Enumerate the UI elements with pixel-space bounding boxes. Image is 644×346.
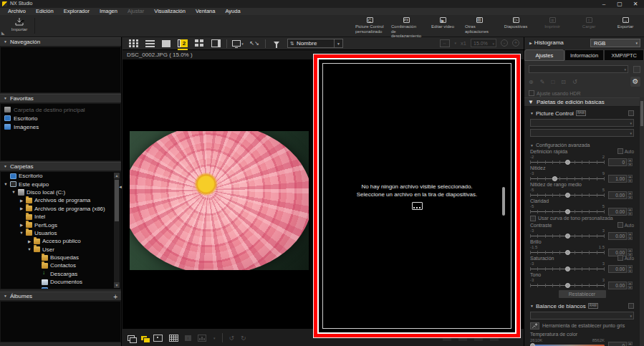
version-dropdown[interactable] <box>529 65 628 73</box>
import-button[interactable]: Importar <box>7 17 32 32</box>
slider-value-input[interactable]: 0.00 <box>608 208 627 216</box>
favorite-item[interactable]: Carpeta de destino principal <box>1 105 120 114</box>
grid-overlay-icon[interactable] <box>169 335 178 342</box>
eyedropper-icon[interactable] <box>530 322 539 330</box>
scrollbar-thumb[interactable] <box>640 101 643 126</box>
auto-checkbox[interactable]: Auto <box>617 222 634 228</box>
slider-track[interactable] <box>530 159 605 165</box>
folder-tree-item[interactable]: ▶ Acceso público <box>1 237 120 245</box>
slider-thumb[interactable] <box>552 176 557 181</box>
expand-arrow-icon[interactable]: ▼ <box>27 247 32 251</box>
zoom-1to1-button[interactable]: x1 <box>461 40 466 47</box>
slider-thumb[interactable] <box>565 266 570 271</box>
chevron-down-icon[interactable]: ▼ <box>334 39 342 47</box>
custom-tone-curve-checkbox[interactable]: Usar curva de tono personalizada <box>530 215 634 221</box>
auto-checkbox[interactable]: Auto <box>617 148 634 154</box>
expand-arrow-icon[interactable]: ▼ <box>19 231 24 235</box>
close-button[interactable]: ✕ <box>630 0 641 8</box>
expand-arrow-icon[interactable]: ▶ <box>35 288 39 289</box>
slider-value-input[interactable]: 0.00 <box>608 191 627 199</box>
slider-thumb[interactable] <box>565 209 570 214</box>
folder-tree-item[interactable]: ▶ Archivos de programa <box>1 196 120 204</box>
slider-value-input[interactable]: 0.00 <box>608 232 627 240</box>
picture-control-checkbox[interactable] <box>628 110 634 116</box>
minimize-button[interactable]: – <box>598 0 610 8</box>
folder-tree-item[interactable]: ▼ Usuarios <box>1 229 120 237</box>
slider-spinner[interactable]: ▲▼ <box>628 191 633 199</box>
thumbnail-grid-view-button[interactable] <box>128 39 139 49</box>
menu-item[interactable]: Archivo <box>3 8 31 15</box>
slider-thumb[interactable] <box>565 193 570 198</box>
white-balance-dropdown[interactable] <box>530 312 634 319</box>
compare-link-icon[interactable] <box>128 335 135 341</box>
folder-tree-item[interactable]: ▶ PerfLogs <box>1 221 120 229</box>
picture-control-preset-dropdown[interactable] <box>530 129 634 137</box>
favorite-item[interactable]: Escritorio <box>1 114 120 122</box>
zoom-out-icon[interactable]: - <box>501 39 508 47</box>
panel-tab[interactable]: Información <box>564 49 605 61</box>
scroll-down-icon[interactable]: ▼ <box>114 282 120 288</box>
photo-dahlia[interactable] <box>130 131 309 270</box>
slider-spinner[interactable]: ▲▼ <box>628 265 633 273</box>
navigation-section-header[interactable]: ▼ Navegación <box>0 37 121 47</box>
slider-track[interactable] <box>530 208 605 214</box>
picture-control-header[interactable]: ▼ Picture Control RAW <box>530 110 634 117</box>
expand-arrow-icon[interactable]: ▼ <box>4 182 8 186</box>
folder-tree-item[interactable]: ▼ User <box>1 246 120 254</box>
favorites-section-header[interactable]: ▼ Favoritas <box>0 94 121 103</box>
expand-arrow-icon[interactable]: ▶ <box>19 223 24 227</box>
menu-item[interactable]: Ventana <box>191 8 221 15</box>
straighten-tool-icon[interactable]: ⊕ <box>529 79 534 85</box>
folder-tree-scrollbar[interactable]: ▲ ▼ <box>114 173 120 288</box>
advanced-settings-header[interactable]: ▼ Configuración avanzada <box>530 142 634 148</box>
panel-tab[interactable]: Ajustes <box>524 49 564 61</box>
focus-point-icon[interactable] <box>153 335 163 342</box>
maximize-button[interactable]: ▢ <box>614 0 625 8</box>
slider-spinner[interactable]: ▲▼ <box>628 232 633 240</box>
folder-tree-item[interactable]: ▶ Archivos de programa (x86) <box>1 205 120 213</box>
folder-tree-item[interactable]: Búsquedas <box>1 254 120 261</box>
rotate-ccw-icon[interactable]: ↺ <box>229 335 235 342</box>
folder-tree-item[interactable]: Escritorio <box>1 172 120 180</box>
panel-scrollbar[interactable] <box>640 97 644 346</box>
slider-value-input[interactable]: 0.00 <box>608 282 627 289</box>
panel-tab[interactable]: XMP/IPTC <box>604 49 644 61</box>
slider-value-input[interactable]: 0.00 <box>608 265 627 273</box>
slider-value-input[interactable]: 0 <box>608 158 627 166</box>
slider-spinner[interactable]: ▲▼ <box>628 158 633 166</box>
menu-item[interactable]: Ayuda <box>220 8 245 15</box>
auto-checkbox[interactable]: Auto <box>617 255 634 261</box>
slider-track[interactable] <box>530 282 605 288</box>
reset-button[interactable]: Restablecer <box>559 290 606 298</box>
zoom-in-icon[interactable]: + <box>512 39 519 47</box>
picture-control-dropdown[interactable] <box>530 119 634 127</box>
favorite-item[interactable]: Imágenes <box>1 122 120 131</box>
rotate-cw-icon[interactable]: ↻ <box>241 335 246 342</box>
menu-item[interactable]: Explorador <box>59 8 95 15</box>
crop-tool-icon[interactable]: ⊡ <box>561 79 566 85</box>
folder-tree-item[interactable]: Intel <box>1 213 120 221</box>
retouch-tool-icon[interactable]: ✎ <box>540 79 545 85</box>
slider-track[interactable] <box>530 192 605 198</box>
slider-track[interactable] <box>530 176 605 181</box>
pane-scrollbar-thumb[interactable] <box>502 187 505 216</box>
filter-button[interactable] <box>271 39 282 49</box>
albums-section-header[interactable]: ▼ Álbumes + <box>0 292 121 301</box>
sort-dropdown[interactable]: ⇅ Nombre ▼ <box>287 39 343 48</box>
slider-spinner[interactable]: ▲▼ <box>628 282 633 289</box>
expand-arrow-icon[interactable]: ▶ <box>19 198 24 203</box>
select-tool-icon[interactable]: □ <box>551 79 554 85</box>
thumbnail-list-view-button[interactable] <box>144 39 155 49</box>
slider-thumb[interactable] <box>565 160 570 165</box>
sync-panes-icon-active[interactable] <box>141 336 147 340</box>
temperature-value-input[interactable]: 0 <box>608 342 627 346</box>
histogram-overlay-icon[interactable] <box>198 335 206 342</box>
multi-image-view-button[interactable] <box>193 39 205 49</box>
compare-two-images-view-button[interactable]: 2 <box>177 39 188 49</box>
slider-thumb[interactable] <box>565 250 570 255</box>
histogram-header[interactable]: ▶Histograma RGB <box>524 37 644 49</box>
fit-to-screen-button[interactable]: ↔ <box>440 39 450 47</box>
white-balance-header[interactable]: ▼ Balance de blancos RAW <box>530 302 634 309</box>
slider-thumb[interactable] <box>565 234 570 239</box>
temperature-spinner[interactable]: ▲▼ <box>628 342 633 346</box>
